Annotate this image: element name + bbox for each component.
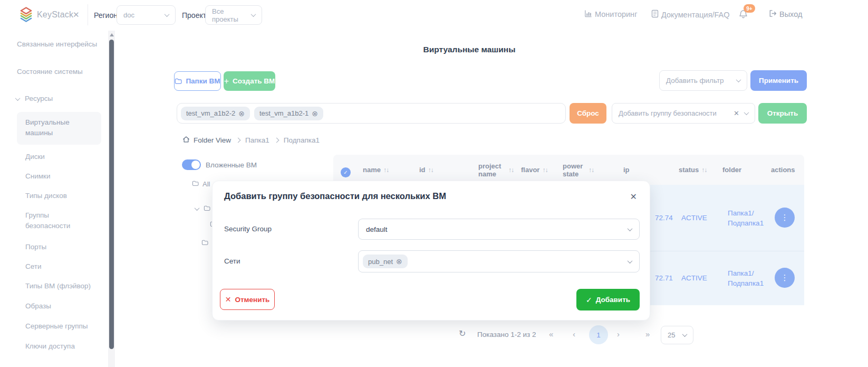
sidebar-item-images[interactable]: Образы <box>25 301 99 312</box>
row-actions-button[interactable]: ⋮ <box>775 268 795 288</box>
remove-chip-icon[interactable]: ⊗ <box>312 109 318 118</box>
refresh-icon[interactable]: ↻ <box>459 328 466 338</box>
nav-monitoring[interactable]: Мониторинг <box>584 10 637 19</box>
pagination-first[interactable]: « <box>549 330 553 338</box>
sidebar-item-access-keys[interactable]: Ключи доступа <box>25 341 99 352</box>
security-group-label: Security Group <box>224 225 272 233</box>
security-group-value: default <box>366 225 388 233</box>
sidebar-item-disks[interactable]: Диски <box>25 152 99 162</box>
chevron-down-icon <box>628 226 633 231</box>
sort-icon[interactable]: ↑↓ <box>542 166 547 174</box>
cell-folder-link[interactable]: Папка1/Подпапка1 <box>728 268 768 288</box>
folder-icon <box>201 238 208 248</box>
sort-icon[interactable]: ↑↓ <box>383 166 389 174</box>
reset-button[interactable]: Сброс <box>570 103 606 124</box>
column-header-status[interactable]: status ↑↓ <box>679 155 707 185</box>
home-icon <box>182 136 190 145</box>
folder-icon <box>204 204 210 213</box>
nested-vm-toggle[interactable] <box>182 159 201 170</box>
add-security-group-modal: Добавить группу безопасности для несколь… <box>212 181 650 321</box>
sort-icon[interactable]: ↑↓ <box>701 166 707 174</box>
filter-input[interactable]: test_vm_a1b2-2 ⊗ test_vm_a1b2-1 ⊗ <box>177 103 566 124</box>
chevron-right-icon <box>236 138 241 143</box>
sort-icon[interactable]: ↑↓ <box>589 166 594 174</box>
sort-icon[interactable]: ↑↓ <box>508 166 514 174</box>
vm-folders-button[interactable]: Папки ВМ <box>174 71 221 91</box>
select-all-checkbox[interactable]: ✓ <box>341 167 351 177</box>
clear-select-icon[interactable]: ✕ <box>734 109 739 117</box>
remove-chip-icon[interactable]: ⊗ <box>238 109 245 118</box>
sidebar-item-virtual-machines[interactable]: Виртуальные машины <box>17 112 101 145</box>
chevron-down-icon <box>682 332 688 337</box>
sidebar-item-vm-types[interactable]: Типы ВМ (флэйвор) <box>25 281 104 291</box>
pagination-page-1[interactable]: 1 <box>589 325 608 344</box>
column-header-actions: actions <box>771 155 795 185</box>
confirm-add-button[interactable]: ✓ Добавить <box>576 289 640 310</box>
logout-button[interactable]: Выход <box>769 10 802 19</box>
filter-chip[interactable]: test_vm_a1b2-2 ⊗ <box>181 107 250 120</box>
sidebar-item-system-state[interactable]: Состояние системы <box>17 67 101 77</box>
sidebar-item-resources[interactable]: Ресурсы <box>16 93 53 104</box>
networks-label: Сети <box>224 257 240 265</box>
pagination-prev[interactable]: ‹ <box>573 330 575 338</box>
scrollbar-thumb[interactable] <box>109 40 114 349</box>
plus-icon: + <box>224 77 229 86</box>
cell-folder-link[interactable]: Папка1/Подпапка1 <box>728 208 768 228</box>
add-filter-select[interactable]: Добавить фильтр <box>659 70 747 91</box>
document-icon <box>651 10 659 20</box>
pagination-last[interactable]: » <box>645 330 650 338</box>
column-header-folder: folder <box>722 155 741 185</box>
chevron-down-icon <box>251 12 256 17</box>
chevron-down-icon <box>165 12 170 17</box>
status-badge: ACTIVE <box>681 274 707 282</box>
breadcrumb: Folder View Папка1 Подпапка1 <box>182 136 320 145</box>
network-chip[interactable]: pub_net ⊗ <box>363 255 408 268</box>
project-value: Все проекты <box>212 7 247 23</box>
sidebar-close-icon[interactable]: ✕ <box>73 10 80 20</box>
pagination-summary: Показано 1-2 из 2 <box>477 331 536 338</box>
breadcrumb-subfolder1[interactable]: Подпапка1 <box>284 136 320 144</box>
tree-item-all[interactable]: All <box>192 179 210 189</box>
open-button[interactable]: Открыть <box>758 103 807 124</box>
tree-item-expanded[interactable] <box>195 204 210 213</box>
brand-name: KeyStack <box>37 10 73 20</box>
sidebar-item-related-interfaces[interactable]: Связанные интерфейсы <box>17 39 101 50</box>
chevron-down-icon <box>15 96 21 101</box>
kebab-icon: ⋮ <box>781 273 789 283</box>
sort-icon[interactable]: ↑↓ <box>428 166 433 174</box>
scrollbar-up-arrow[interactable] <box>110 33 114 36</box>
networks-select[interactable]: pub_net ⊗ <box>358 250 640 272</box>
nested-vm-toggle-label: Вложенные ВМ <box>206 161 257 169</box>
project-label: Проект: <box>182 11 208 20</box>
modal-title: Добавить группу безопасности для несколь… <box>224 191 446 201</box>
chevron-right-icon <box>274 138 279 143</box>
apply-button[interactable]: Применить <box>750 70 807 91</box>
chevron-down-icon <box>744 110 749 115</box>
nav-documentation[interactable]: Документация/FAQ <box>651 10 730 20</box>
sidebar-scrollbar[interactable] <box>108 31 115 367</box>
folder-icon <box>175 78 182 84</box>
cancel-button[interactable]: ✕ Отменить <box>220 289 275 310</box>
breadcrumb-folder-view[interactable]: Folder View <box>182 136 231 145</box>
sidebar-item-disk-types[interactable]: Типы дисков <box>25 191 99 201</box>
remove-chip-icon[interactable]: ⊗ <box>396 257 402 266</box>
sidebar-item-ports[interactable]: Порты <box>25 242 99 252</box>
header-divider <box>88 4 88 25</box>
project-select[interactable]: Все проекты <box>205 5 262 25</box>
filter-chip[interactable]: test_vm_a1b2-1 ⊗ <box>254 107 323 120</box>
region-select[interactable]: doc <box>117 5 176 25</box>
security-group-select[interactable]: default <box>358 219 640 240</box>
keystack-logo-icon <box>19 6 33 25</box>
modal-close-icon[interactable]: ✕ <box>630 192 637 202</box>
folder-icon <box>192 179 199 189</box>
sidebar-item-networks[interactable]: Сети <box>25 261 99 272</box>
sidebar-item-server-groups[interactable]: Серверные группы <box>25 321 104 332</box>
sidebar-item-snapshots[interactable]: Снимки <box>25 171 99 182</box>
breadcrumb-folder1[interactable]: Папка1 <box>245 136 269 144</box>
group-action-select[interactable]: Добавить группу безопасности ✕ <box>612 103 755 124</box>
create-vm-button[interactable]: + Создать ВМ <box>224 71 275 91</box>
sidebar-item-security-groups[interactable]: Группы безопасности <box>25 210 89 231</box>
pagination-next[interactable]: › <box>617 330 620 338</box>
page-size-select[interactable]: 25 <box>661 326 693 344</box>
row-actions-button[interactable]: ⋮ <box>775 208 795 228</box>
